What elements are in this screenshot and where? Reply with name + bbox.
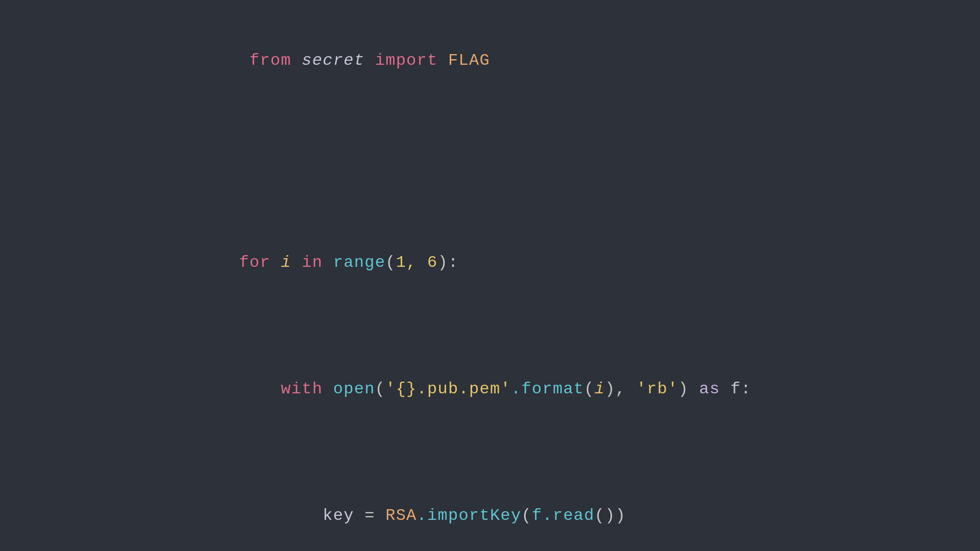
colon-1: : (448, 253, 458, 272)
code-line-7: key = RSA.importKey(f.read()) (197, 478, 782, 551)
code-display: #!/usr/bin/env python3 from Crypto.Publi… (166, 0, 813, 551)
paren-open-2: ( (375, 380, 385, 398)
rsa-ref: RSA (385, 506, 416, 525)
paren-open-5: () (595, 506, 616, 525)
flag-class: FLAG (438, 51, 490, 70)
secret-module: secret (291, 51, 364, 70)
with-keyword-1: with (239, 380, 323, 398)
import-keyword-2: import (364, 51, 437, 70)
key-var: key (239, 506, 354, 525)
code-line-5: for i in range(1, 6): (197, 225, 782, 301)
paren-close-4: ) (616, 506, 626, 525)
code-line-3: from secret import FLAG (197, 22, 782, 98)
code-line-6: with open('{}.pub.pem'.format(i), 'rb') … (197, 352, 782, 428)
paren-close-2: ) (678, 380, 689, 398)
paren-open-4: ( (521, 506, 531, 525)
f-var-1: f: (720, 380, 751, 398)
fread-func: f.read (532, 506, 595, 525)
in-keyword: in (291, 253, 323, 272)
paren-close-3: ) (605, 380, 615, 398)
equals-1: = (354, 506, 385, 525)
open-func-1: open (323, 380, 375, 398)
rb-string: 'rb' (626, 380, 678, 398)
range-args: 1, 6 (396, 253, 438, 272)
from-keyword-2: from (239, 51, 291, 70)
as-keyword-1: as (689, 380, 720, 398)
i-arg-1: i (595, 380, 605, 398)
code-line-blank-1 (197, 149, 782, 174)
pub-pem-string: '{}.pub.pem' (385, 380, 511, 398)
paren-open-3: ( (584, 380, 594, 398)
format-func-1: .format (511, 380, 584, 398)
range-func: range (323, 253, 385, 272)
importkey-func: .importKey (417, 506, 522, 525)
for-keyword: for (239, 253, 270, 272)
loop-var-i: i (271, 253, 291, 272)
comma-1: , (616, 380, 626, 398)
paren-open-1: ( (385, 253, 396, 272)
paren-close-1: ) (438, 253, 448, 272)
